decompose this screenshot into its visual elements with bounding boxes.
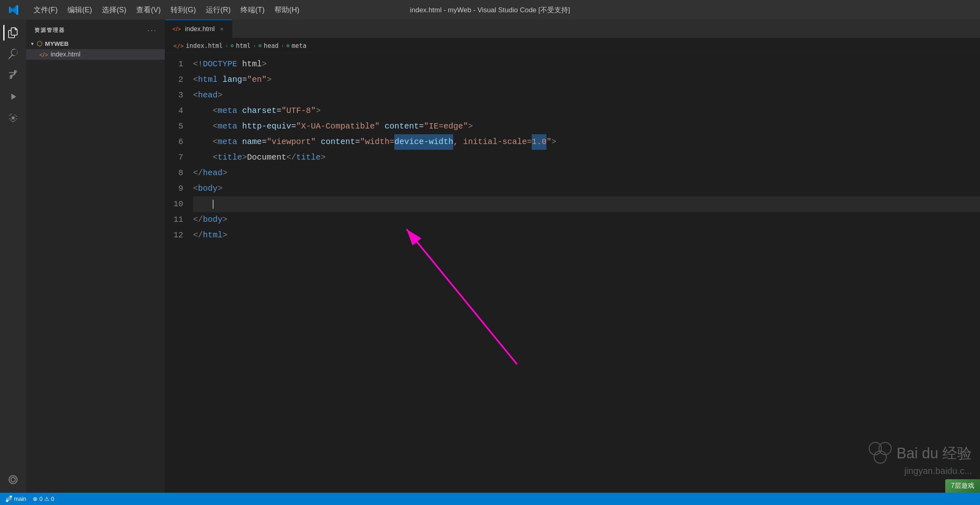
tok-bracket: <! <box>193 56 203 72</box>
code-line-11: </body> <box>193 212 980 228</box>
breadcrumb-head[interactable]: ⊙ head <box>258 42 279 50</box>
tok-tag-bodyclose: body <box>203 212 223 228</box>
code-line-2: <html lang="en"> <box>193 72 980 88</box>
tok-sp2 <box>237 103 242 119</box>
tok-sp4 <box>380 119 384 134</box>
tok-highlight-devicewidth: device-width <box>394 134 453 150</box>
tok-b1: < <box>193 72 198 88</box>
folder-myweb[interactable]: ▾ ⬡ MYWEB <box>26 38 165 49</box>
status-bar: main ⊗ 0 ⚠ 0 <box>0 493 980 505</box>
activity-run[interactable] <box>3 87 23 106</box>
tok-val-en: "en" <box>247 72 267 88</box>
code-editor-wrapper: 1 2 3 4 5 6 7 8 9 10 11 12 < <box>165 53 980 493</box>
activity-remote[interactable] <box>3 470 23 489</box>
tok-highlight-scale: 1.0 <box>532 134 546 150</box>
tok-b15: </ <box>193 165 203 181</box>
tok-tag-meta3: meta <box>218 134 237 150</box>
window-title: index.html - myWeb - Visual Studio Code … <box>410 5 570 15</box>
tok-attr-charset: charset <box>242 103 276 119</box>
menu-select[interactable]: 选择(S) <box>98 3 130 16</box>
tok-val-content-close: " <box>546 134 551 150</box>
menu-run[interactable]: 运行(R) <box>202 3 235 16</box>
tok-b8: > <box>468 119 473 134</box>
tok-sp6 <box>316 134 321 150</box>
tok-b7: < <box>213 119 218 134</box>
tok-tag-meta2: meta <box>218 119 237 134</box>
code-line-12: </html> <box>193 228 980 243</box>
line-num-10: 10 <box>165 196 183 212</box>
code-line-5: <meta http-equiv="X-UA-Compatible" conte… <box>193 119 980 134</box>
tab-file-icon: </> <box>173 26 181 32</box>
tok-tag-html: html <box>198 72 218 88</box>
tab-bar: </> index.html × <box>165 20 980 38</box>
line-num-5: 5 <box>165 119 183 134</box>
breadcrumb-meta[interactable]: ⊙ meta <box>286 42 306 50</box>
line-num-1: 1 <box>165 56 183 72</box>
line-num-8: 8 <box>165 165 183 181</box>
tok-tag-title: title <box>218 150 242 165</box>
activity-explorer[interactable] <box>3 23 23 43</box>
tok-eq2: = <box>276 103 281 119</box>
code-line-4: <meta charset="UTF-8"> <box>193 103 980 119</box>
activity-bar <box>0 20 26 493</box>
tok-b18: > <box>218 181 223 196</box>
folder-name: MYWEB <box>45 40 69 47</box>
title-bar-left: 文件(F) 编辑(E) 选择(S) 查看(V) 转到(G) 运行(R) 终端(T… <box>8 3 303 16</box>
menu-help[interactable]: 帮助(H) <box>270 3 303 16</box>
sidebar-header: 资源管理器 ··· <box>26 20 165 38</box>
line-num-7: 7 <box>165 150 183 165</box>
code-line-9: <body> <box>193 181 980 196</box>
file-indexhtml[interactable]: </> index.html <box>26 49 165 60</box>
menu-view[interactable]: 查看(V) <box>132 3 165 16</box>
breadcrumb-head-text: head <box>264 42 279 50</box>
svg-rect-0 <box>12 117 15 119</box>
tok-b19: </ <box>193 212 203 228</box>
breadcrumb-indexhtml[interactable]: </> index.html <box>173 42 223 50</box>
tok-b6: > <box>316 103 321 119</box>
vscode-logo-icon <box>8 4 20 16</box>
menu-edit[interactable]: 编辑(E) <box>63 3 96 16</box>
code-line-3: <head> <box>193 88 980 103</box>
tok-b21: </ <box>193 228 203 243</box>
code-area[interactable]: 1 2 3 4 5 6 7 8 9 10 11 12 < <box>165 53 980 493</box>
status-errors: ⊗ 0 ⚠ 0 <box>33 496 54 502</box>
menu-file[interactable]: 文件(F) <box>29 3 62 16</box>
menu-terminal[interactable]: 终端(T) <box>236 3 269 16</box>
tok-indent5 <box>193 119 213 134</box>
tok-attr-content2: content <box>321 134 355 150</box>
tok-indent10 <box>193 196 213 212</box>
tok-doctype: DOCTYPE <box>203 56 237 72</box>
code-content[interactable]: <!DOCTYPE html> <html lang="en"> <head> … <box>190 56 980 489</box>
tok-attr-lang: lang <box>223 72 242 88</box>
tok-b9: < <box>213 134 218 150</box>
tok-val-viewport: "viewport" <box>267 134 316 150</box>
tab-indexhtml[interactable]: </> index.html × <box>165 20 232 38</box>
line-num-11: 11 <box>165 212 183 228</box>
tok-b11: < <box>213 150 218 165</box>
code-line-8: </head> <box>193 165 980 181</box>
tok-indent4 <box>193 103 213 119</box>
activity-search[interactable] <box>3 44 23 64</box>
sidebar-more-button[interactable]: ··· <box>147 25 157 35</box>
tok-b3: < <box>193 88 198 103</box>
main-layout: 资源管理器 ··· ▾ ⬡ MYWEB </> index.html </> i… <box>0 20 980 493</box>
tab-close-button[interactable]: × <box>219 25 225 33</box>
activity-source-control[interactable] <box>3 65 23 85</box>
line-num-2: 2 <box>165 72 183 88</box>
tok-val-utf8: "UTF-8" <box>281 103 316 119</box>
activity-extensions[interactable] <box>3 108 23 128</box>
tok-sp3 <box>237 119 242 134</box>
tok-val-content-open: "width= <box>360 134 394 150</box>
menu-goto[interactable]: 转到(G) <box>166 3 200 16</box>
breadcrumb-indexhtml-text: index.html <box>186 42 223 50</box>
line-num-12: 12 <box>165 228 183 243</box>
breadcrumb-html[interactable]: ⊙ html <box>231 42 251 50</box>
tok-plain: html <box>237 56 262 72</box>
line-num-4: 4 <box>165 103 183 119</box>
tok-eq5: = <box>262 134 267 150</box>
html-file-icon: </> <box>39 51 48 58</box>
tok-val-ie: "IE=edge" <box>424 119 468 134</box>
title-bar: 文件(F) 编辑(E) 选择(S) 查看(V) 转到(G) 运行(R) 终端(T… <box>0 0 980 20</box>
line-num-6: 6 <box>165 134 183 150</box>
folder-chevron-icon: ▾ <box>31 41 34 47</box>
